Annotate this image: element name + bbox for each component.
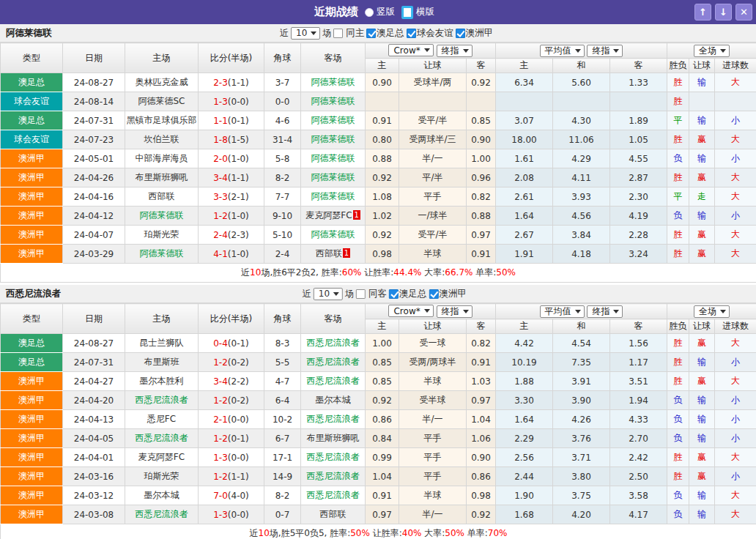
home-team-cell: 阿德莱德联: [125, 245, 199, 264]
match-date: 24-03-29: [63, 245, 125, 264]
average-select-group: 平均值 终指: [496, 43, 667, 59]
avg-draw-odds: 3.80: [553, 467, 610, 486]
avg-away-odds: 1.94: [610, 391, 667, 410]
bookmaker-stage-select[interactable]: 终指: [437, 45, 472, 57]
handicap-home-odds: 0.80: [366, 130, 399, 149]
home-team: 珀斯光荣: [144, 471, 179, 481]
result-handicap: 输: [689, 391, 715, 410]
table-row: 澳足总24-08-27奥林匹克金威2-3(1-1)3-7阿德莱德联0.90受球半…: [1, 73, 756, 92]
league-filter[interactable]: 澳足总: [366, 27, 404, 40]
bookmaker-select[interactable]: Crow*: [388, 44, 433, 56]
result-outcome: 负: [667, 505, 689, 524]
sub-column-header: 进球数: [715, 319, 756, 334]
league-checkbox[interactable]: [389, 289, 399, 299]
same-venue-checkbox[interactable]: [356, 289, 366, 299]
summary-text: 50%: [350, 528, 370, 538]
corner-score: 5-10: [264, 226, 301, 245]
home-team-cell: 西部联: [125, 187, 199, 207]
league-filter[interactable]: 澳洲甲: [456, 27, 494, 40]
result-handicap: 输: [689, 429, 715, 448]
dropdown-arrow-icon: [575, 310, 581, 313]
filter-controls: 近10场 同主澳足总球会友谊澳洲甲: [280, 27, 493, 40]
average-stage-select[interactable]: 终指: [587, 305, 623, 318]
layout-radio-vertical[interactable]: 竖版: [365, 6, 395, 18]
result-goals: 大: [715, 168, 756, 187]
bookmaker-stage-select[interactable]: 终指: [437, 305, 472, 318]
result-outcome: 平: [667, 187, 689, 207]
average-select[interactable]: 平均值: [540, 305, 585, 318]
match-type-badge: 澳足总: [1, 334, 63, 353]
result-outcome: 胜: [667, 334, 689, 353]
away-team: 西悉尼流浪者: [307, 471, 360, 481]
column-header: 主场: [125, 304, 199, 334]
table-header-row: 类型日期主场比分(半场)角球客场Crow* 终指平均值 终指全场: [1, 304, 756, 319]
halftime-score: (0-0): [228, 453, 249, 463]
league-filter[interactable]: 澳足总: [389, 288, 427, 300]
league-checkbox[interactable]: [429, 289, 439, 299]
avg-away-odds: 2.42: [610, 448, 667, 467]
away-team: 布里斯班狮吼: [307, 433, 360, 443]
handicap-line: 半球: [399, 372, 467, 391]
handicap-home-odds: 0.98: [366, 245, 399, 264]
move-up-button[interactable]: ↑: [694, 4, 711, 21]
league-label: 澳足总: [399, 288, 427, 300]
match-date: 24-04-26: [63, 168, 125, 187]
summary-text: 70%: [488, 528, 508, 538]
avg-draw-odds: 4.30: [553, 111, 610, 130]
table-row: 澳洲甲24-04-27墨尔本胜利3-4(2-2)4-7西悉尼流浪者0.85半球1…: [1, 372, 756, 391]
recent-results-panel: 近期战绩 竖版 横版 ↑ ↓ ✕ 阿德莱德联近10场 同主澳足总球会友谊澳洲甲类…: [0, 0, 756, 539]
column-header: 类型: [1, 304, 63, 334]
match-type-badge: 澳足总: [1, 73, 63, 92]
table-row: 澳洲甲24-04-12阿德莱德联1-2(1-0)9-10麦克阿瑟FC11.02一…: [1, 207, 756, 226]
away-team: 麦克阿瑟FC: [305, 210, 352, 220]
move-down-button[interactable]: ↓: [715, 4, 732, 21]
fulltime-score: 3-3: [213, 192, 228, 202]
league-checkbox[interactable]: [407, 29, 416, 38]
layout-radio-horizontal[interactable]: 横版: [401, 6, 434, 19]
close-button[interactable]: ✕: [735, 4, 752, 21]
home-team-cell: 西悉尼流浪者: [125, 505, 199, 524]
scope-select[interactable]: 全场: [694, 45, 730, 57]
home-team-cell: 昆士兰狮队: [125, 334, 199, 353]
handicap-home-odds: 0.85: [366, 353, 399, 372]
recent-count-select[interactable]: 10: [314, 288, 343, 300]
avg-away-odds: 4.19: [610, 207, 667, 226]
handicap-line: 半球: [399, 486, 467, 505]
table-row: 澳洲甲24-03-08西悉尼流浪者1-3(0-0)0-7西部联0.97半/一0.…: [1, 505, 756, 524]
recent-count-select-value: 10: [296, 28, 307, 38]
bookmaker-select[interactable]: Crow*: [388, 305, 433, 317]
result-outcome: 胜: [667, 245, 689, 264]
league-filter[interactable]: 澳洲甲: [429, 288, 467, 300]
result-goals: 大: [715, 334, 756, 353]
halftime-score: (0-1): [228, 116, 249, 126]
match-type-badge: 澳洲甲: [1, 245, 63, 264]
same-venue-filter[interactable]: 同客: [356, 288, 387, 300]
summary-text: 40%: [402, 528, 422, 538]
home-team: 坎伯兰联: [144, 134, 179, 144]
fulltime-score: 1-3: [213, 97, 228, 107]
avg-draw-odds: 4.11: [553, 168, 610, 187]
dropdown-arrow-icon: [720, 49, 726, 53]
league-checkbox[interactable]: [456, 29, 465, 38]
score-cell: 1-2(0-2): [199, 391, 264, 410]
dropdown-arrow-icon: [311, 31, 316, 35]
result-handicap: 输: [689, 73, 715, 92]
average-select[interactable]: 平均值: [540, 45, 585, 57]
home-team-cell: 墨尔本胜利: [125, 372, 199, 391]
same-venue-filter[interactable]: 同主: [333, 27, 364, 40]
sub-column-header: 主: [496, 59, 553, 73]
league-checkbox[interactable]: [366, 29, 376, 38]
score-cell: 1-2(1-1): [199, 467, 264, 486]
away-team-cell: 阿德莱德联: [301, 130, 366, 149]
scope-select[interactable]: 全场: [694, 305, 730, 318]
average-stage-select[interactable]: 终指: [587, 45, 623, 57]
league-filter[interactable]: 球会友谊: [407, 27, 453, 40]
handicap-line: 受平/半: [399, 226, 467, 245]
away-team: 西悉尼流浪者: [307, 357, 360, 367]
same-venue-checkbox[interactable]: [333, 29, 343, 38]
handicap-home-odds: 0.92: [366, 168, 399, 187]
league-label: 球会友谊: [417, 27, 453, 40]
recent-count-select[interactable]: 10: [291, 27, 320, 40]
fulltime-score: 1-1: [213, 116, 228, 126]
same-venue-label: 同客: [368, 288, 387, 300]
